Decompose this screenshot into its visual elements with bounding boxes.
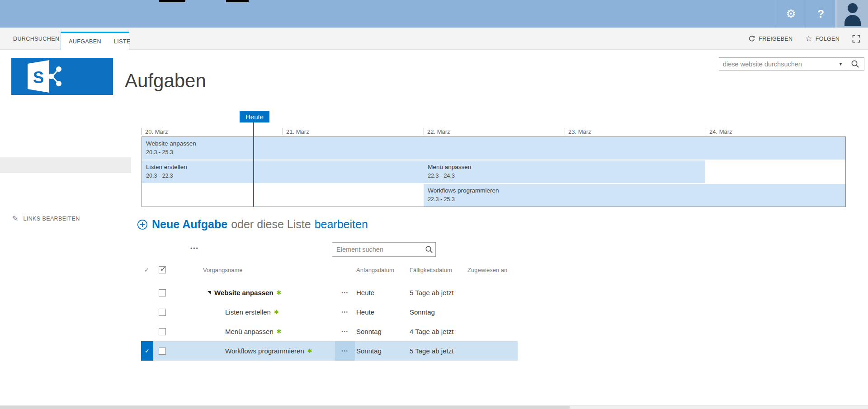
follow-button[interactable]: ☆ FOLGEN — [805, 35, 840, 42]
column-header-start[interactable]: Anfangsdatum — [356, 262, 394, 277]
new-item-icon: ✱ — [307, 348, 312, 354]
task-list-header: ✓ ✓ Vorgangsname Anfangsdatum Fälligkeit… — [141, 262, 548, 277]
select-all-checkbox[interactable]: ✓ — [159, 262, 166, 277]
timeline-date: 21. März — [283, 128, 309, 135]
more-views-button[interactable]: ••• — [190, 245, 199, 252]
table-row[interactable]: ✓ Workflows programmieren ✱ ••• Sonntag … — [141, 341, 518, 361]
check-icon: ✓ — [145, 348, 150, 354]
task-start-date: Heute — [356, 283, 374, 302]
row-selection-cell[interactable]: ✓ — [141, 322, 153, 341]
table-row[interactable]: ✓ Website anpassen ✱ ••• Heute 5 Tage ab… — [141, 283, 518, 302]
collapse-expander-icon[interactable] — [208, 291, 211, 295]
select-all-indicator[interactable]: ✓ — [144, 262, 149, 277]
tick-mark — [565, 128, 565, 135]
task-due-date: Sonntag — [410, 302, 435, 322]
help-icon: ? — [817, 8, 824, 20]
row-ellipsis-button[interactable]: ••• — [335, 283, 355, 302]
star-icon: ☆ — [805, 35, 812, 42]
timeline-date-label: 24. März — [709, 128, 732, 135]
row-ellipsis-button[interactable]: ••• — [335, 341, 355, 361]
new-task-link[interactable]: Neue Aufgabe — [152, 218, 227, 231]
row-selection-cell[interactable]: ✓ — [141, 302, 153, 322]
column-header-assigned[interactable]: Zugewiesen an — [467, 262, 507, 277]
timeline-chart-area: Website anpassen 20.3 - 25.3 Listen erst… — [142, 136, 846, 207]
ribbon-tab-aufgaben[interactable]: AUFGABEN — [69, 38, 101, 45]
column-header-due[interactable]: Fälligkeitsdatum — [410, 262, 452, 277]
row-checkbox[interactable] — [159, 322, 166, 341]
share-button[interactable]: FREIGEBEN — [748, 35, 793, 42]
tick-mark — [283, 128, 283, 135]
timeline-task-bar[interactable]: Menü anpassen 22.3 - 24.3 — [424, 160, 705, 183]
row-ellipsis-button[interactable]: ••• — [335, 302, 355, 322]
task-due-date: 4 Tage ab jetzt — [410, 322, 453, 341]
task-name-link[interactable]: Workflows programmieren — [225, 347, 304, 355]
share-label: FREIGEBEN — [759, 36, 793, 42]
site-search-input[interactable] — [719, 61, 839, 68]
row-checkbox[interactable] — [159, 302, 166, 322]
search-submit-button[interactable] — [851, 60, 864, 68]
timeline-task-name: Workflows programmieren — [428, 186, 845, 195]
ribbon-actions: FREIGEBEN ☆ FOLGEN — [748, 28, 860, 50]
focus-mode-button[interactable] — [852, 35, 860, 43]
row-checkbox[interactable] — [159, 341, 166, 361]
row-selection-cell[interactable]: ✓ — [141, 341, 153, 361]
task-name-link[interactable]: Website anpassen — [214, 289, 274, 296]
site-search-box: ▼ — [719, 57, 864, 71]
task-name-link[interactable]: Menü anpassen — [225, 328, 274, 335]
sidebar-item[interactable] — [0, 173, 131, 189]
timeline-task-bar[interactable]: Website anpassen 20.3 - 25.3 — [142, 137, 845, 160]
sharepoint-logo[interactable]: S — [11, 58, 113, 95]
row-selection-cell[interactable]: ✓ — [141, 283, 153, 302]
search-scope-dropdown-icon[interactable]: ▼ — [839, 62, 843, 66]
avatar-icon — [844, 15, 861, 26]
row-checkbox[interactable] — [159, 283, 166, 302]
scrollbar-thumb[interactable] — [0, 406, 570, 409]
timeline-task-bar[interactable]: Workflows programmieren 22.3 - 25.3 — [424, 184, 845, 207]
svg-text:S: S — [33, 68, 44, 87]
timeline-task-bar[interactable]: Listen erstellen 20.3 - 22.3 — [142, 160, 424, 183]
view-tabs: ••• — [142, 245, 212, 252]
account-menu-button[interactable] — [837, 0, 868, 28]
task-name-link[interactable]: Listen erstellen — [225, 308, 271, 316]
page-title: Aufgaben — [125, 70, 206, 92]
help-button[interactable]: ? — [806, 0, 835, 28]
sidebar-item[interactable] — [0, 189, 131, 205]
row-ellipsis-button[interactable]: ••• — [335, 322, 355, 341]
find-item-box — [332, 242, 436, 257]
new-item-icon: ✱ — [274, 309, 279, 315]
find-item-input[interactable] — [332, 246, 425, 253]
task-due-date: 5 Tage ab jetzt — [410, 283, 453, 302]
sidebar-item[interactable] — [0, 110, 131, 126]
task-start-date: Sonntag — [356, 322, 382, 341]
edit-list-link[interactable]: bearbeiten — [315, 218, 368, 231]
avatar-icon — [848, 3, 858, 13]
find-item-button[interactable] — [425, 245, 438, 254]
task-name-cell: Menü anpassen ✱ — [203, 322, 334, 341]
task-name-cell: Website anpassen ✱ — [203, 283, 334, 302]
tick-mark — [424, 128, 424, 135]
sidebar-item[interactable] — [0, 126, 131, 141]
follow-label: FOLGEN — [816, 36, 840, 42]
ribbon-tab-liste[interactable]: LISTE — [114, 38, 131, 45]
column-header-name[interactable]: Vorgangsname — [203, 262, 242, 277]
ribbon-context-tab-group: AUFGABEN LISTE — [61, 32, 129, 50]
horizontal-scrollbar[interactable] — [0, 405, 868, 409]
timeline-date-label: 23. März — [568, 128, 591, 135]
tick-mark — [142, 128, 142, 135]
ribbon-tab-durchsuchen[interactable]: DURCHSUCHEN — [13, 28, 59, 50]
timeline: Heute 20. März 21. März 22. März 23. Mär… — [142, 111, 846, 207]
table-row[interactable]: ✓ Listen erstellen ✱ ••• Heute Sonntag — [141, 302, 518, 322]
sidebar-item[interactable] — [0, 157, 131, 173]
today-badge: Heute — [240, 111, 269, 122]
sidebar-item[interactable] — [0, 141, 131, 157]
today-line — [253, 122, 254, 207]
task-start-date: Sonntag — [356, 341, 382, 361]
table-row[interactable]: ✓ Menü anpassen ✱ ••• Sonntag 4 Tage ab … — [141, 322, 518, 341]
focus-icon — [852, 35, 860, 43]
quick-launch-sidebar — [0, 110, 131, 205]
settings-button[interactable]: ⚙ — [776, 0, 806, 28]
edit-links-button[interactable]: ✎ LINKS BEARBEITEN — [12, 215, 80, 222]
gear-icon: ⚙ — [786, 8, 796, 19]
browser-artifact — [159, 0, 185, 2]
plus-circle-icon[interactable] — [137, 219, 148, 230]
